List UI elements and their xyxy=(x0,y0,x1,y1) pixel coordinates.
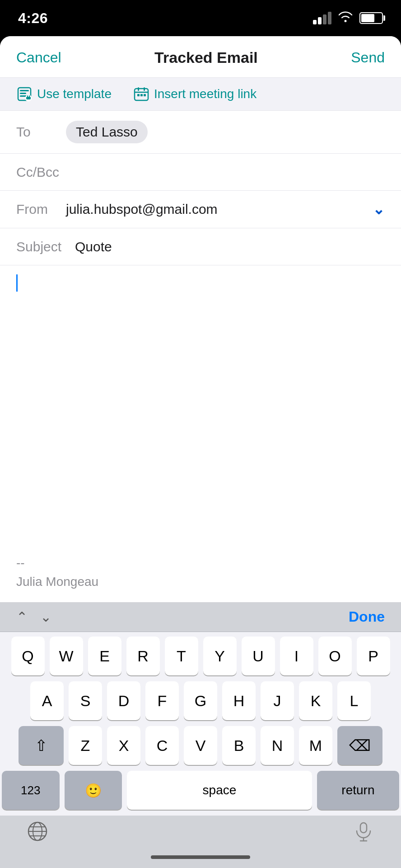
shift-key[interactable]: ⇧ xyxy=(19,726,64,765)
key-q[interactable]: Q xyxy=(11,637,45,675)
key-f[interactable]: F xyxy=(145,681,179,720)
key-y[interactable]: Y xyxy=(203,637,237,675)
insert-meeting-link-button[interactable]: Insert meeting link xyxy=(133,86,256,102)
keyboard-arrows: ⌃ ⌄ xyxy=(16,609,51,625)
numbers-key[interactable]: 123 xyxy=(2,771,60,810)
keyboard-row-2: A S D F G H J K L xyxy=(2,681,399,720)
cc-field-row[interactable]: Cc/Bcc xyxy=(0,154,401,191)
key-b[interactable]: B xyxy=(222,726,256,765)
to-field-row: To Ted Lasso xyxy=(0,111,401,154)
signature-separator: -- xyxy=(16,553,98,572)
template-icon xyxy=(16,86,33,102)
emoji-key[interactable]: 🙂 xyxy=(65,771,122,810)
key-l[interactable]: L xyxy=(337,681,371,720)
key-p[interactable]: P xyxy=(357,637,390,675)
arrow-up-icon[interactable]: ⌃ xyxy=(16,609,28,625)
status-bar: 4:26 xyxy=(0,0,401,36)
key-g[interactable]: G xyxy=(184,681,217,720)
use-template-button[interactable]: Use template xyxy=(16,86,112,102)
text-cursor xyxy=(16,274,18,292)
svg-rect-7 xyxy=(29,95,30,97)
svg-rect-12 xyxy=(137,94,140,96)
svg-rect-5 xyxy=(26,97,31,99)
delete-key[interactable]: ⌫ xyxy=(337,726,382,765)
key-j[interactable]: J xyxy=(261,681,294,720)
svg-rect-11 xyxy=(144,87,145,91)
to-label: To xyxy=(16,124,66,140)
keyboard-row-3: ⇧ Z X C V B N M ⌫ xyxy=(2,726,399,765)
key-a[interactable]: A xyxy=(30,681,64,720)
key-e[interactable]: E xyxy=(88,637,121,675)
signature-name: Julia Mongeau xyxy=(16,572,98,591)
compose-toolbar: Use template Insert meeting link xyxy=(0,78,401,111)
email-form: To Ted Lasso Cc/Bcc From julia.hubspot@g… xyxy=(0,111,401,602)
calendar-icon xyxy=(133,86,149,102)
key-n[interactable]: N xyxy=(261,726,294,765)
home-bar xyxy=(151,855,250,859)
status-icons xyxy=(313,11,383,26)
from-label: From xyxy=(16,202,66,217)
globe-icon[interactable] xyxy=(27,821,48,846)
key-r[interactable]: R xyxy=(126,637,160,675)
wifi-icon xyxy=(338,11,353,26)
svg-rect-14 xyxy=(144,94,146,96)
key-m[interactable]: M xyxy=(299,726,332,765)
keyboard-done-button[interactable]: Done xyxy=(349,609,385,625)
recipient-chip[interactable]: Ted Lasso xyxy=(66,121,148,143)
return-key[interactable]: return xyxy=(317,771,399,810)
app-container: Cancel Tracked Email Send Use template xyxy=(0,36,401,868)
from-field-row[interactable]: From julia.hubspot@gmail.com ⌄ xyxy=(0,191,401,228)
from-chevron-icon[interactable]: ⌄ xyxy=(373,201,385,218)
key-w[interactable]: W xyxy=(50,637,83,675)
svg-rect-6 xyxy=(27,95,28,97)
keyboard-bottom-bar xyxy=(0,816,401,854)
microphone-icon[interactable] xyxy=(353,821,374,846)
cc-label: Cc/Bcc xyxy=(16,165,66,180)
signal-icon xyxy=(313,12,331,24)
key-u[interactable]: U xyxy=(242,637,275,675)
key-o[interactable]: O xyxy=(318,637,352,675)
arrow-down-icon[interactable]: ⌄ xyxy=(40,609,51,625)
svg-rect-2 xyxy=(20,93,26,94)
insert-meeting-link-label: Insert meeting link xyxy=(154,87,256,101)
from-email: julia.hubspot@gmail.com xyxy=(66,202,373,217)
subject-field-row[interactable]: Subject Quote xyxy=(0,228,401,265)
keyboard-row-1: Q W E R T Y U I O P xyxy=(2,637,399,675)
key-k[interactable]: K xyxy=(299,681,332,720)
status-time: 4:26 xyxy=(18,10,48,27)
keyboard: Q W E R T Y U I O P A S D F G H J K L ⇧ … xyxy=(0,632,401,816)
subject-value: Quote xyxy=(75,239,112,255)
key-d[interactable]: D xyxy=(107,681,140,720)
svg-rect-13 xyxy=(140,94,143,96)
email-body[interactable]: -- Julia Mongeau xyxy=(0,265,401,602)
use-template-label: Use template xyxy=(37,87,112,101)
svg-rect-1 xyxy=(20,90,29,91)
key-x[interactable]: X xyxy=(107,726,140,765)
svg-rect-20 xyxy=(360,823,367,833)
key-t[interactable]: T xyxy=(165,637,198,675)
key-v[interactable]: V xyxy=(184,726,217,765)
send-button[interactable]: Send xyxy=(351,49,385,66)
space-key[interactable]: space xyxy=(127,771,312,810)
home-indicator xyxy=(0,854,401,868)
key-s[interactable]: S xyxy=(69,681,102,720)
battery-icon xyxy=(359,12,383,24)
header-title: Tracked Email xyxy=(154,49,258,66)
email-signature: -- Julia Mongeau xyxy=(16,553,98,591)
svg-rect-10 xyxy=(138,87,139,91)
key-h[interactable]: H xyxy=(222,681,256,720)
keyboard-row-4: 123 🙂 space return xyxy=(2,771,399,810)
keyboard-toolbar: ⌃ ⌄ Done xyxy=(0,602,401,632)
key-i[interactable]: I xyxy=(280,637,313,675)
cancel-button[interactable]: Cancel xyxy=(16,49,61,66)
subject-label: Subject xyxy=(16,239,75,255)
key-c[interactable]: C xyxy=(145,726,179,765)
key-z[interactable]: Z xyxy=(69,726,102,765)
email-header: Cancel Tracked Email Send xyxy=(0,36,401,78)
